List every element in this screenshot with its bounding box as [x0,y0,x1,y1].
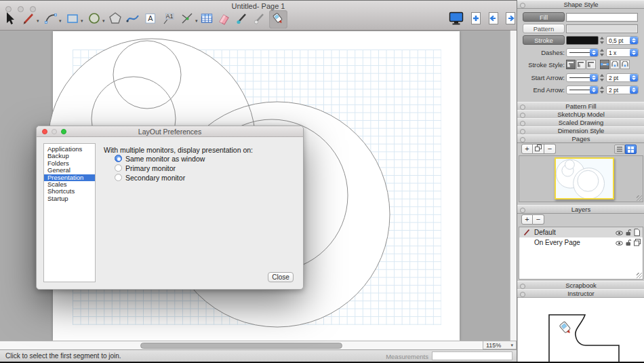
radio-label: Primary monitor [125,164,176,172]
status-message: Click to select the first segment to joi… [5,352,121,360]
pick-style-tool-button[interactable] [251,10,269,28]
plain-arrow-icon [569,77,590,78]
preferences-category-list[interactable]: ApplicationsBackupFoldersGeneralPresenta… [43,143,96,282]
corner-style-button-3[interactable] [586,60,596,69]
layers-header[interactable]: Layers [517,205,644,214]
instructor-illustration [518,298,644,362]
remove-page-button[interactable]: − [544,144,556,154]
layer-name: On Every Page [534,237,580,248]
grid-view-icon [628,147,634,153]
pattern-well[interactable] [566,24,638,33]
layer-row-on-every-page[interactable]: On Every Page [519,237,643,248]
measurements-input[interactable] [432,351,512,360]
status-bar: Click to select the first segment to joi… [0,349,517,362]
horizontal-scrollbar-thumb[interactable] [140,343,342,349]
freehand-tool-button[interactable] [124,10,142,28]
stroke-color-swatch[interactable] [566,36,599,45]
fill-button[interactable]: Fill [523,12,565,22]
close-button[interactable]: Close [268,272,294,282]
cap-style-button-2[interactable] [610,60,620,69]
shape-style-header[interactable]: Shape Style [517,0,644,9]
remove-layer-button[interactable]: − [533,214,544,225]
cap-style-button-1[interactable] [600,60,609,69]
combo-arrows-icon [590,49,598,56]
resize-grip[interactable] [637,273,642,278]
combo-arrows-icon [630,74,638,81]
add-page-button[interactable] [468,12,484,28]
stroke-style-label: Stroke Style: [517,61,565,69]
dashes-label: Dashes: [517,49,565,56]
measurements-label: Measurements [386,353,428,360]
rectangle-tool-button[interactable] [64,10,82,28]
cap-style-icon [601,61,609,69]
label-tool-button[interactable]: A1 [160,10,178,28]
chevron-down-icon: ▾ [510,343,513,348]
layer-visibility-eye-icon[interactable] [616,239,623,249]
start-arrow-size-select[interactable]: 2 pt [606,73,639,82]
layer-row-default[interactable]: Default [519,227,643,237]
stroke-width-stepper[interactable] [600,36,605,45]
start-presentation-button[interactable] [448,12,464,28]
svg-text:A: A [148,14,153,22]
stroke-width-select[interactable]: 0,5 pt [606,36,639,45]
combo-arrows-icon [630,37,638,44]
rectangle-tool-dropdown-arrow[interactable]: ▾ [81,18,83,24]
select-icon [1,9,18,30]
end-arrow-stepper[interactable] [600,85,605,94]
horizontal-scrollbar[interactable] [0,341,483,349]
circle-tool-dropdown-arrow[interactable]: ▾ [102,18,105,24]
arc-tool-dropdown-arrow[interactable]: ▾ [59,18,62,24]
join-tool-button[interactable] [269,10,287,28]
label-icon: A1 [160,9,178,30]
style-tool-button[interactable] [233,10,251,28]
eraser-tool-button[interactable] [215,10,233,28]
radio-button[interactable] [115,174,122,181]
circle-tool-button[interactable] [85,10,104,28]
stroke-button[interactable]: Stroke [523,35,565,45]
vertical-scrollbar[interactable] [510,31,517,341]
select-tool-button[interactable] [1,10,19,28]
fill-color-well[interactable] [566,13,638,22]
cap-style-button-3[interactable] [620,60,630,69]
start-arrow-select[interactable] [566,73,599,82]
start-arrow-stepper[interactable] [600,73,605,82]
previous-page-button[interactable] [485,12,502,28]
list-view-icon [617,147,622,152]
dashes-scale-select[interactable]: 1 x [606,48,639,57]
layer-share-icon[interactable] [634,239,641,249]
dashes-scale-stepper[interactable] [600,48,605,57]
pages-header[interactable]: Pages [517,134,644,143]
table-tool-button[interactable] [198,10,216,28]
pages-list-view-button[interactable] [614,145,625,154]
panel-tray: Shape Style Fill Pattern Stroke 0,5 pt D… [517,0,644,362]
polygon-icon [106,9,124,30]
add-layer-button[interactable]: + [521,214,533,225]
text-tool-button[interactable]: A [142,10,160,28]
corner-style-button-1[interactable] [566,60,576,69]
corner-style-button-2[interactable] [576,60,586,69]
polygon-tool-button[interactable] [106,10,125,28]
add-page-button[interactable]: + [521,144,533,154]
end-arrow-size-select[interactable]: 2 pt [606,85,639,94]
dimension-tool-button[interactable] [178,10,197,28]
arc-tool-button[interactable] [42,10,60,28]
page-thumbnail-selected[interactable] [555,157,614,199]
pages-grid-view-button[interactable] [625,145,637,154]
radio-button[interactable] [115,164,122,172]
text-icon: A [142,9,159,30]
end-arrow-label: End Arrow: [517,86,565,94]
line-tool-button[interactable] [20,10,38,28]
next-page-icon [503,11,518,28]
end-arrow-select[interactable] [566,85,599,94]
pattern-button[interactable]: Pattern [523,24,565,33]
dialog-titlebar[interactable]: LayOut Preferences [37,126,303,137]
duplicate-page-button[interactable] [533,144,544,154]
rectangle-icon [64,9,81,30]
resize-grip[interactable] [637,195,642,201]
radio-button[interactable] [115,155,122,162]
dashes-select[interactable] [566,48,599,57]
layer-lock-icon[interactable] [625,239,632,249]
zoom-level-select[interactable]: 115% ▾ [483,341,517,349]
pref-category-startup[interactable]: Startup [44,195,95,202]
line-tool-dropdown-arrow[interactable]: ▾ [37,18,39,24]
